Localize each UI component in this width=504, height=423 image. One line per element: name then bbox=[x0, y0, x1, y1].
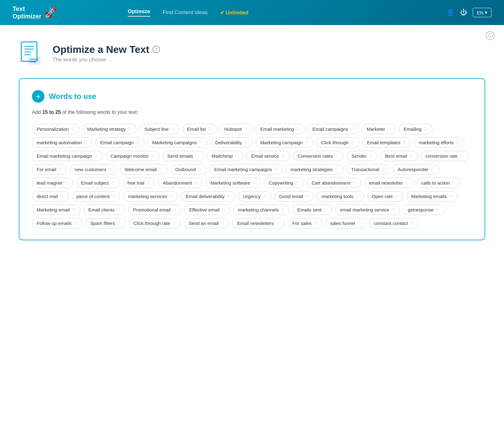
heart-icon[interactable]: ♡ bbox=[295, 181, 299, 186]
tag-item[interactable]: Cart abandonment♡ bbox=[307, 178, 361, 188]
tag-item[interactable]: Emails sent♡ bbox=[292, 205, 332, 215]
tag-item[interactable]: Promotional email♡ bbox=[128, 205, 181, 215]
heart-icon[interactable]: ♡ bbox=[171, 127, 175, 132]
heart-icon[interactable]: ♡ bbox=[172, 221, 176, 226]
heart-icon[interactable]: ♡ bbox=[71, 127, 75, 132]
heart-icon[interactable]: ♡ bbox=[234, 154, 239, 159]
heart-icon[interactable]: ♡ bbox=[409, 154, 413, 159]
tag-item[interactable]: Email templates♡ bbox=[362, 137, 411, 148]
tag-item[interactable]: Send an email♡ bbox=[184, 218, 229, 228]
heart-icon[interactable]: ♡ bbox=[151, 154, 155, 159]
tag-item[interactable]: Follow up emails♡ bbox=[32, 218, 82, 228]
heart-icon[interactable]: ♡ bbox=[387, 127, 391, 132]
user-icon[interactable]: 👤 bbox=[446, 8, 455, 17]
tag-item[interactable]: direct mail♡ bbox=[32, 191, 69, 201]
nav-optimize[interactable]: Optimize bbox=[128, 8, 150, 17]
heart-icon[interactable]: ♡ bbox=[194, 181, 198, 186]
tag-item[interactable]: piece of content♡ bbox=[72, 191, 120, 201]
heart-icon[interactable]: ♡ bbox=[111, 194, 116, 199]
tag-item[interactable]: Click through rate♡ bbox=[129, 218, 181, 228]
tag-item[interactable]: For sales♡ bbox=[288, 218, 322, 228]
heart-icon[interactable]: ♡ bbox=[314, 221, 318, 226]
heart-icon[interactable]: ♡ bbox=[305, 140, 309, 145]
heart-icon[interactable]: ♡ bbox=[352, 181, 357, 186]
tag-item[interactable]: Sender♡ bbox=[347, 151, 377, 161]
tag-item[interactable]: Conversion rates♡ bbox=[293, 151, 344, 161]
heart-icon[interactable]: ♡ bbox=[84, 140, 88, 145]
heart-icon[interactable]: ♡ bbox=[323, 207, 327, 212]
heart-icon[interactable]: ♡ bbox=[335, 154, 339, 159]
heart-icon[interactable]: ♡ bbox=[221, 207, 225, 212]
heart-icon[interactable]: ♡ bbox=[64, 181, 69, 186]
heart-icon[interactable]: ♡ bbox=[72, 207, 76, 212]
heart-icon[interactable]: ♡ bbox=[220, 221, 224, 226]
heart-icon[interactable]: ♡ bbox=[262, 194, 266, 199]
heart-icon[interactable]: ♡ bbox=[136, 140, 140, 145]
heart-icon[interactable]: ♡ bbox=[159, 167, 163, 172]
heart-icon[interactable]: ♡ bbox=[305, 194, 309, 199]
tag-item[interactable]: marketing efforts♡ bbox=[414, 137, 464, 148]
heart-icon[interactable]: ♡ bbox=[455, 140, 460, 145]
nav-find-content[interactable]: Find Content Ideas bbox=[163, 9, 208, 16]
tag-item[interactable]: Campaign monitor♡ bbox=[106, 151, 160, 161]
heart-icon[interactable]: ♡ bbox=[381, 167, 385, 172]
title-help-icon[interactable]: ? bbox=[152, 46, 160, 53]
tag-item[interactable]: Marketing emails♡ bbox=[407, 191, 457, 201]
heart-icon[interactable]: ♡ bbox=[296, 127, 300, 132]
heart-icon[interactable]: ♡ bbox=[435, 207, 440, 212]
tag-item[interactable]: Mailchimp♡ bbox=[207, 151, 244, 161]
tag-item[interactable]: Best email♡ bbox=[380, 151, 418, 161]
heart-icon[interactable]: ♡ bbox=[58, 167, 62, 172]
tag-item[interactable]: marketing services♡ bbox=[123, 191, 178, 201]
tag-item[interactable]: Send emails♡ bbox=[162, 151, 204, 161]
heart-icon[interactable]: ♡ bbox=[169, 194, 173, 199]
heart-icon[interactable]: ♡ bbox=[146, 181, 150, 186]
heart-icon[interactable]: ♡ bbox=[244, 127, 248, 132]
heart-icon[interactable]: ♡ bbox=[195, 154, 199, 159]
heart-icon[interactable]: ♡ bbox=[227, 194, 231, 199]
heart-icon[interactable]: ♡ bbox=[449, 194, 453, 199]
tag-item[interactable]: marketing channels♡ bbox=[233, 205, 289, 215]
tag-item[interactable]: Personalization♡ bbox=[32, 124, 80, 134]
heart-icon[interactable]: ♡ bbox=[252, 181, 256, 186]
logo[interactable]: Text Optimizer 🚀 bbox=[13, 5, 57, 20]
tag-item[interactable]: email newsletter♡ bbox=[364, 178, 414, 188]
heart-icon[interactable]: ♡ bbox=[116, 207, 121, 212]
tag-item[interactable]: Abandonment♡ bbox=[158, 178, 203, 188]
tag-item[interactable]: sales funnel♡ bbox=[326, 218, 366, 228]
heart-icon[interactable]: ♡ bbox=[350, 140, 354, 145]
heart-icon[interactable]: ♡ bbox=[357, 221, 361, 226]
heart-icon[interactable]: ♡ bbox=[350, 127, 354, 132]
tag-item[interactable]: calls to action♡ bbox=[417, 178, 460, 188]
tag-item[interactable]: Email deliverability♡ bbox=[181, 191, 235, 201]
tag-item[interactable]: getresponse♡ bbox=[403, 205, 445, 215]
heart-icon[interactable]: ♡ bbox=[117, 221, 121, 226]
heart-icon[interactable]: ♡ bbox=[280, 207, 285, 212]
tag-item[interactable]: Email list♡ bbox=[183, 124, 217, 134]
tag-item[interactable]: constant contact♡ bbox=[369, 218, 419, 228]
tag-item[interactable]: Hubspot♡ bbox=[220, 124, 253, 134]
tag-item[interactable]: Marketing campaign♡ bbox=[256, 137, 313, 148]
heart-icon[interactable]: ♡ bbox=[335, 167, 339, 172]
tag-item[interactable]: Email campaign♡ bbox=[95, 137, 144, 148]
power-icon[interactable]: ⏻ bbox=[460, 8, 467, 17]
heart-icon[interactable]: ♡ bbox=[405, 181, 409, 186]
tag-item[interactable]: Copywriting♡ bbox=[264, 178, 304, 188]
tag-item[interactable]: Autoresponder♡ bbox=[393, 164, 439, 175]
heart-icon[interactable]: ♡ bbox=[274, 167, 278, 172]
tag-item[interactable]: new customers♡ bbox=[70, 164, 117, 175]
tag-item[interactable]: For email♡ bbox=[32, 164, 67, 175]
heart-icon[interactable]: ♡ bbox=[391, 207, 395, 212]
tag-item[interactable]: Email marketing campaign♡ bbox=[32, 151, 103, 161]
heart-icon[interactable]: ♡ bbox=[60, 194, 64, 199]
language-button[interactable]: EN ▾ bbox=[473, 8, 491, 17]
tag-item[interactable]: Good email♡ bbox=[274, 191, 314, 201]
heart-icon[interactable]: ♡ bbox=[108, 167, 112, 172]
tag-item[interactable]: Marketing email♡ bbox=[32, 205, 80, 215]
tag-item[interactable]: Welcome email♡ bbox=[120, 164, 167, 175]
tag-item[interactable]: Email service♡ bbox=[246, 151, 290, 161]
heart-icon[interactable]: ♡ bbox=[128, 127, 132, 132]
heart-icon[interactable]: ♡ bbox=[355, 194, 359, 199]
tag-item[interactable]: Marketing campaigns♡ bbox=[147, 137, 208, 148]
heart-icon[interactable]: ♡ bbox=[199, 140, 203, 145]
